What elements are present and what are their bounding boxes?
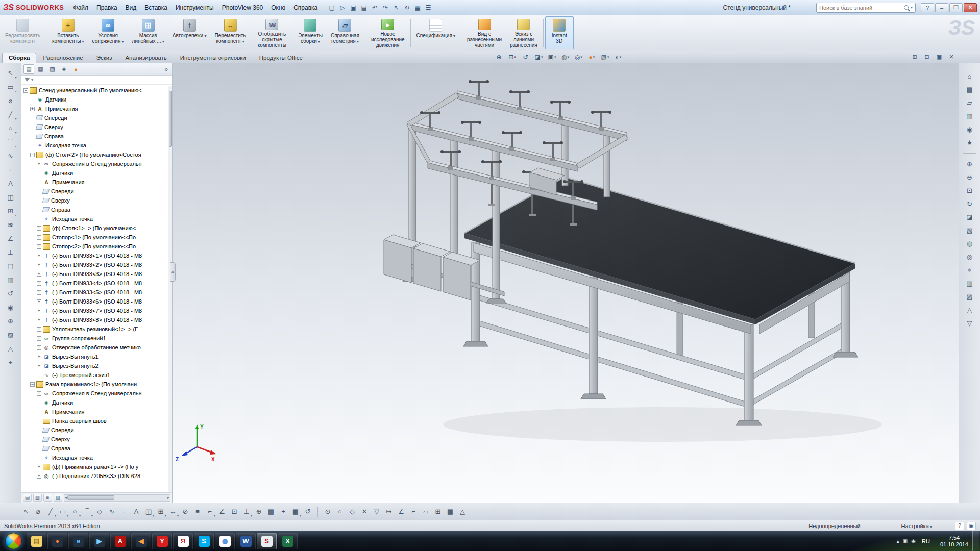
- displaymanager-tab[interactable]: ●: [70, 64, 81, 74]
- add-relation-icon[interactable]: ⊥: [241, 506, 252, 517]
- expand-icon[interactable]: +: [37, 465, 41, 469]
- model-3d-stand[interactable]: Y X Z: [173, 63, 959, 503]
- camera-icon[interactable]: ▥: [963, 278, 976, 289]
- polygon-icon[interactable]: ◇: [94, 506, 105, 517]
- restore-button[interactable]: ❐: [949, 3, 963, 12]
- expand-icon[interactable]: +: [37, 254, 41, 258]
- section-icon[interactable]: ◪: [963, 211, 976, 223]
- tab-office-products[interactable]: Продукты Office: [253, 53, 309, 63]
- expand-icon[interactable]: +: [30, 107, 35, 111]
- perpendicular-snap-icon[interactable]: ⌐: [408, 506, 419, 517]
- line-tool-icon[interactable]: ╱: [5, 109, 17, 120]
- rapid-sketch-icon[interactable]: ↺: [302, 506, 313, 517]
- rebuild-icon[interactable]: ↻: [402, 3, 412, 13]
- text-icon[interactable]: A: [131, 506, 142, 517]
- scrollbar-thumb[interactable]: [67, 495, 114, 500]
- print-document-icon[interactable]: ▤: [359, 3, 369, 13]
- exploded-view-button[interactable]: Вид сразнесеннымичастями: [463, 16, 506, 49]
- explode-line-sketch-button[interactable]: Эскиз слиниямиразнесения: [506, 16, 542, 49]
- file-explorer-icon[interactable]: ▱: [963, 97, 976, 109]
- smart-dimension-tool-icon[interactable]: ⌀: [5, 95, 17, 107]
- taskbar-yandex-browser[interactable]: Y: [152, 533, 172, 549]
- text-tool-icon[interactable]: A: [5, 178, 17, 189]
- trim-entities-icon[interactable]: ⊘: [180, 506, 191, 517]
- task-pane-home-icon[interactable]: ⌂: [963, 70, 976, 82]
- taskbar-clock[interactable]: 7:54 01.10.2014: [936, 535, 972, 548]
- circle-tool-icon[interactable]: ○: [5, 122, 17, 134]
- search-input[interactable]: [819, 5, 902, 11]
- tree-item[interactable]: +Вырез-Вытянуть1: [21, 352, 172, 361]
- collapse-icon[interactable]: −: [30, 382, 35, 387]
- smart-dimension-icon[interactable]: ⌀: [33, 506, 44, 517]
- select-icon[interactable]: ↖: [20, 506, 32, 517]
- close-pane-icon[interactable]: ✕: [946, 53, 957, 61]
- rotate-tool-icon[interactable]: ↺: [5, 288, 17, 299]
- tab-sketch[interactable]: Эскиз: [90, 53, 119, 63]
- tree-item[interactable]: Справа: [21, 132, 172, 141]
- tab-assembly[interactable]: Сборка: [2, 53, 36, 63]
- shaded-icon[interactable]: ◍: [963, 238, 976, 249]
- collapse-icon[interactable]: −: [30, 153, 35, 157]
- tree-item[interactable]: +(-) Болт DIN933<8> (ISO 4018 - M8: [21, 315, 172, 324]
- cone-snap-icon[interactable]: △: [457, 506, 468, 517]
- tree-item[interactable]: +Стопор<1> (По умолчанию<<По: [21, 233, 172, 242]
- tree-item[interactable]: Датчики: [21, 398, 172, 407]
- spline-tool-icon[interactable]: ∿: [5, 150, 17, 162]
- expand-icon[interactable]: +: [37, 327, 41, 332]
- line-icon[interactable]: ╱: [45, 506, 56, 517]
- tree-item[interactable]: Спереди: [21, 113, 172, 122]
- single-view-icon[interactable]: ⊟: [922, 53, 932, 61]
- measure-tool-icon[interactable]: ⊕: [5, 315, 17, 327]
- tree-item[interactable]: −Рама прижимная<1> (По умолчани: [21, 380, 172, 389]
- tree-item[interactable]: +(ф) Стол<1> -> (По умолчанию<: [21, 223, 172, 233]
- display-style-icon[interactable]: ◍: [559, 52, 572, 62]
- featuremanager-tab[interactable]: ▤: [23, 64, 34, 74]
- hide-show-items-icon[interactable]: ◎: [572, 52, 585, 62]
- quick-snaps-icon[interactable]: ▦: [290, 506, 301, 517]
- tree-item[interactable]: +Сопряжения в Стенд универсальн: [21, 389, 172, 398]
- custom-status-dropdown[interactable]: Настройка: [901, 523, 932, 529]
- midpoint-snap-icon[interactable]: ◇: [347, 506, 358, 517]
- view-orientation-icon[interactable]: ▣: [546, 52, 558, 62]
- mirror-entities-icon[interactable]: ◫: [143, 506, 154, 517]
- tree-item[interactable]: Справа: [21, 444, 172, 453]
- mirror-tool-icon[interactable]: ◫: [5, 191, 17, 203]
- tree-item[interactable]: +Группа сопряжений1: [21, 334, 172, 343]
- tree-item[interactable]: +(-) Болт DIN933<5> (ISO 4018 - M8: [21, 288, 172, 297]
- options-icon[interactable]: ☰: [423, 3, 433, 13]
- zoom-out-icon[interactable]: ⊖: [963, 171, 976, 183]
- tree-collapse-arrows-icon[interactable]: »: [162, 66, 170, 73]
- smart-fasteners-button[interactable]: Автокрепежи: [168, 16, 211, 49]
- expand-icon[interactable]: +: [37, 336, 41, 341]
- arc-icon[interactable]: ⌒: [82, 506, 93, 517]
- tree-item[interactable]: +(ф) Прижимная рама<1> -> (По у: [21, 462, 172, 471]
- tree-item[interactable]: Спереди: [21, 187, 172, 196]
- section-view-icon[interactable]: ◪: [532, 52, 545, 62]
- apply-scene-icon[interactable]: ▧: [599, 52, 611, 62]
- assembly-features-button[interactable]: Элементысборки: [294, 16, 327, 49]
- insert-components-button[interactable]: Вставитькомпоненты: [48, 16, 88, 49]
- scrollbar-thumb[interactable]: [169, 91, 172, 147]
- taskbar-firefox[interactable]: ●: [47, 533, 67, 549]
- action-center-icon[interactable]: ▣: [903, 538, 908, 544]
- tree-item[interactable]: (-) Трехмерный эскиз1: [21, 370, 172, 380]
- appearance-tool-icon[interactable]: ◉: [5, 302, 17, 313]
- menu-edit[interactable]: Правка: [92, 2, 121, 13]
- circle-icon[interactable]: ○: [69, 506, 81, 517]
- select-tool-icon[interactable]: ↖: [5, 67, 17, 79]
- tree-item[interactable]: +Вырез-Вытянуть2: [21, 361, 172, 370]
- propertymanager-tab[interactable]: ▦: [35, 64, 46, 74]
- pattern-tool-icon[interactable]: ⊞: [5, 205, 17, 217]
- edit-component-button[interactable]: Редактироватькомпонент: [1, 16, 44, 49]
- tree-item[interactable]: Исходная точка: [21, 214, 172, 223]
- tree-item[interactable]: Папка сварных швов: [21, 416, 172, 425]
- select-icon[interactable]: ↖: [391, 3, 401, 13]
- move-entities-icon[interactable]: ↔: [167, 506, 179, 517]
- expand-icon[interactable]: +: [37, 345, 41, 350]
- point-tool-icon[interactable]: ·: [5, 164, 17, 176]
- configurationmanager-tab[interactable]: ▧: [47, 64, 58, 74]
- expand-icon[interactable]: +: [37, 235, 41, 240]
- taskbar-word[interactable]: W: [236, 533, 256, 549]
- tree-item[interactable]: Датчики: [21, 168, 172, 178]
- zoom-in-icon[interactable]: ⊕: [963, 158, 976, 170]
